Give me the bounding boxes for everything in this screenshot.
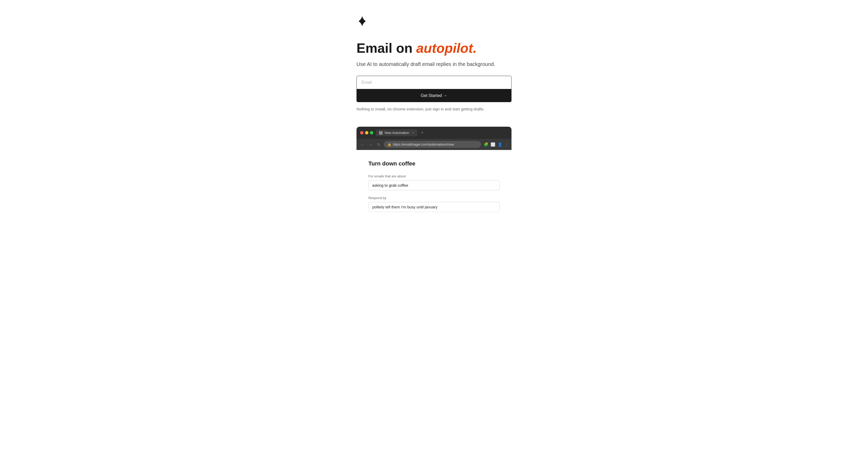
browser-tab[interactable]: New Automation ×	[376, 129, 417, 136]
address-url: https://emailtriager.com/automations/new	[393, 142, 454, 146]
hero-title-highlight: autopilot.	[416, 40, 476, 56]
for-emails-input[interactable]	[368, 180, 500, 190]
hero-title: Email on autopilot.	[356, 41, 512, 56]
lock-icon: 🔒	[388, 143, 392, 146]
browser-preview: New Automation × + ← → ↻ 🔒 https://email…	[356, 127, 512, 222]
forward-button[interactable]: →	[368, 142, 374, 147]
no-install-text: Nothing to install, no chrome extension,…	[356, 107, 512, 111]
browser-nav: ← → ↻ 🔒 https://emailtriager.com/automat…	[356, 139, 512, 150]
split-screen-icon[interactable]: ⬜	[491, 142, 495, 147]
browser-dots	[360, 131, 373, 135]
menu-icon[interactable]: ⋮	[504, 142, 508, 147]
tab-close-button[interactable]: ×	[412, 131, 414, 135]
dot-yellow[interactable]	[365, 131, 368, 135]
hero-section: Email on autopilot. Use AI to automatica…	[356, 41, 512, 222]
address-bar[interactable]: 🔒 https://emailtriager.com/automations/n…	[384, 141, 481, 148]
back-button[interactable]: ←	[360, 142, 365, 147]
email-form: Get Started →	[356, 76, 512, 102]
get-started-label: Get Started →	[421, 93, 447, 98]
browser-actions: 🧩 ⬜ 👤 ⋮	[484, 142, 508, 147]
profile-icon[interactable]: 👤	[498, 142, 502, 147]
get-started-button[interactable]: Get Started →	[356, 89, 512, 102]
extensions-icon[interactable]: 🧩	[484, 142, 489, 147]
tab-favicon	[379, 131, 382, 135]
browser-fade	[356, 207, 512, 222]
hero-title-prefix: Email on	[356, 40, 416, 56]
page-wrapper: Email on autopilot. Use AI to automatica…	[0, 0, 868, 222]
email-input[interactable]	[356, 76, 512, 89]
respond-label: Respond by	[368, 196, 500, 200]
hero-subtitle: Use AI to automatically draft email repl…	[356, 60, 512, 68]
new-tab-button[interactable]: +	[421, 130, 424, 136]
dot-red[interactable]	[360, 131, 364, 135]
for-emails-label: For emails that are about	[368, 174, 500, 178]
refresh-button[interactable]: ↻	[376, 142, 381, 147]
dot-green[interactable]	[370, 131, 373, 135]
browser-chrome: New Automation × +	[356, 127, 512, 139]
automation-form-title: Turn down coffee	[368, 160, 500, 167]
tab-label: New Automation	[385, 131, 409, 135]
logo-container	[356, 16, 368, 28]
logo-icon	[356, 16, 368, 27]
